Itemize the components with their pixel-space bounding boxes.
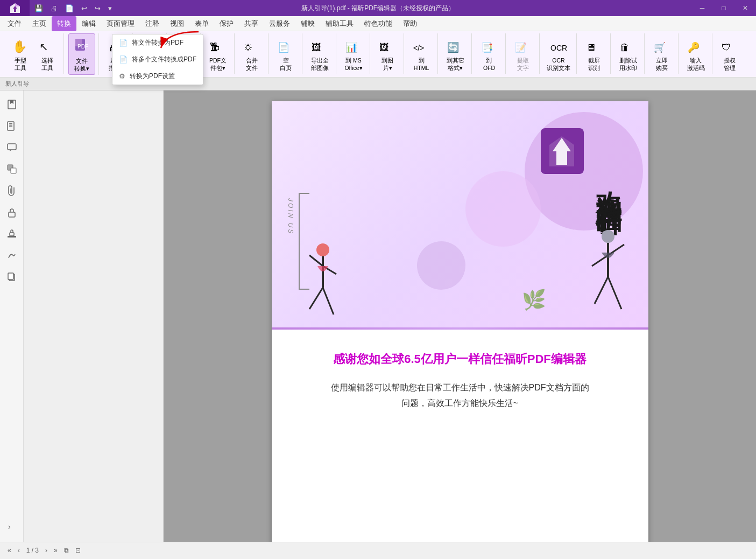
menu-protect[interactable]: 保护 <box>214 16 239 31</box>
to-html-button[interactable]: </> 到HTML <box>408 33 434 74</box>
ribbon-group-activation: 🔑 输入激活码 <box>680 33 712 74</box>
svg-text:🖼: 🖼 <box>379 42 389 53</box>
sidebar-copy-icon[interactable] <box>2 267 22 287</box>
select-tool-button[interactable]: ↖ 选择工具 <box>34 33 60 74</box>
tool-save[interactable]: 💾 <box>32 3 45 13</box>
maximize-button[interactable]: □ <box>713 0 734 16</box>
convert-settings-item[interactable]: ⚙ 转换为PDF设置 <box>112 68 203 85</box>
blank-page-icon: 📄 <box>275 36 296 56</box>
remove-watermark-button[interactable]: 🗑 删除试用水印 <box>615 33 641 74</box>
menu-page-manage[interactable]: 页面管理 <box>101 16 140 31</box>
title-bar-tools[interactable]: 💾 🖨 📄 ↩ ↪ ▾ <box>32 3 114 13</box>
circle-medium <box>465 171 541 247</box>
to-image-icon: 🖼 <box>377 36 398 56</box>
menu-view[interactable]: 视图 <box>165 16 189 31</box>
to-ms-office-label: 到 MSOffice▾ <box>344 57 362 72</box>
sidebar-comment-icon[interactable] <box>2 138 22 157</box>
tool-redo[interactable]: ↪ <box>93 3 103 13</box>
menu-help[interactable]: 帮助 <box>398 16 422 31</box>
page-content: 感谢您如全球6.5亿用户一样信任福昕PDF编辑器 使用编辑器可以帮助您在日常工作… <box>272 330 648 433</box>
svg-marker-1 <box>15 3 20 6</box>
file-convert-button[interactable]: PDF 文件转换▾ 📄 将文件转换为PDF 📄 将多个文件转换成PDF ⚙ 转换… <box>68 33 95 75</box>
menu-form[interactable]: 表单 <box>189 16 214 31</box>
close-button[interactable]: ✕ <box>734 0 756 16</box>
to-ofd-label: 到OFD <box>483 57 495 72</box>
pdf-pack-icon: 🗜 <box>208 36 228 56</box>
ocr-icon: OCR <box>548 36 569 56</box>
sidebar-pages-icon[interactable] <box>2 116 22 136</box>
description: 使用编辑器可以帮助您在日常工作生活中，快速解决PDF文档方面的 问题，高效工作方… <box>299 380 621 411</box>
ocr-label: OCR识别文本 <box>547 57 570 72</box>
buy-label: 立即购买 <box>656 57 668 72</box>
activation-button[interactable]: 🔑 输入激活码 <box>683 33 709 74</box>
menu-annotate[interactable]: 注释 <box>140 16 165 31</box>
to-format-icon: 🔄 <box>445 36 465 56</box>
to-image-button[interactable]: 🖼 到图片▾ <box>375 33 400 74</box>
ribbon-group-mode: ✋ 手型工具 ↖ 选择工具 <box>4 33 64 74</box>
merge-label: 合并文件 <box>246 57 258 72</box>
convert-to-pdf-item[interactable]: 📄 将文件转换为PDF <box>112 34 203 51</box>
tool-more[interactable]: ▾ <box>106 3 114 13</box>
menu-cloud[interactable]: 云服务 <box>264 16 295 31</box>
menu-share[interactable]: 共享 <box>239 16 264 31</box>
blank-page-button[interactable]: 📄 空白页 <box>273 33 299 74</box>
sidebar-sign-icon[interactable] <box>2 246 22 265</box>
convert-multi-label: 将多个文件转换成PDF <box>132 55 196 64</box>
convert-settings-icon: ⚙ <box>119 72 125 80</box>
menu-feature[interactable]: 特色功能 <box>359 16 398 31</box>
menu-map[interactable]: 辅映 <box>295 16 320 31</box>
ocr-button[interactable]: OCR OCR识别文本 <box>544 33 573 74</box>
svg-text:🔑: 🔑 <box>688 41 700 53</box>
nav-last-page[interactable]: » <box>52 546 60 555</box>
svg-text:📝: 📝 <box>515 41 527 53</box>
menu-file[interactable]: 文件 <box>2 16 27 31</box>
extract-text-button[interactable]: 📝 提取文字 <box>510 33 536 74</box>
file-convert-label: 文件转换▾ <box>74 58 89 72</box>
sidebar-lock-icon[interactable] <box>2 202 22 222</box>
pdf-pack-label: PDF文件包▾ <box>209 57 227 72</box>
document-area[interactable]: JOIN US 欢迎来到福昕 <box>164 90 756 542</box>
to-ofd-button[interactable]: 📑 到OFD <box>476 33 502 74</box>
menu-bar: 文件 主页 转换 编辑 页面管理 注释 视图 表单 保护 共享 云服务 辅映 辅… <box>0 16 756 31</box>
menu-assist[interactable]: 辅助工具 <box>320 16 359 31</box>
app-logo <box>0 0 30 16</box>
tool-undo[interactable]: ↩ <box>79 3 89 13</box>
window-controls[interactable]: ─ □ ✕ <box>691 0 756 16</box>
sidebar-stamp-icon[interactable] <box>2 224 22 243</box>
sidebar-bookmark-icon[interactable] <box>2 95 22 114</box>
tool-print[interactable]: 🖨 <box>48 3 60 13</box>
sidebar-attachment-icon[interactable] <box>2 181 22 200</box>
to-format-button[interactable]: 🔄 到其它格式▾ <box>442 33 468 74</box>
nav-first-page[interactable]: « <box>5 546 13 555</box>
buy-button[interactable]: 🛒 立即购买 <box>649 33 675 74</box>
ribbon-group-watermark: 🗑 删除试用水印 <box>612 33 645 74</box>
fit-icon[interactable]: ⊡ <box>73 546 83 555</box>
join-us-text: JOIN US <box>287 198 294 235</box>
select-icon: ↖ <box>37 36 58 56</box>
extract-text-icon: 📝 <box>513 36 533 56</box>
menu-convert[interactable]: 转换 <box>52 16 76 31</box>
nav-prev-page[interactable]: ‹ <box>16 546 22 555</box>
export-all-button[interactable]: 🖼 导出全部图像 <box>307 33 333 74</box>
copy-page-icon[interactable]: ⧉ <box>62 546 71 555</box>
convert-to-pdf-label: 将文件转换为PDF <box>132 38 183 47</box>
svg-text:🖥: 🖥 <box>586 42 596 53</box>
to-ms-office-button[interactable]: 📊 到 MSOffice▾ <box>341 33 366 74</box>
tool-new[interactable]: 📄 <box>63 3 76 13</box>
minimize-button[interactable]: ─ <box>691 0 713 16</box>
panel-area <box>24 90 164 542</box>
breadcrumb-text: 新人引导 <box>5 80 29 88</box>
screen-recog-button[interactable]: 🖥 截屏识别 <box>581 33 607 74</box>
auth-button[interactable]: 🛡 授权管理 <box>717 33 743 74</box>
svg-text:📊: 📊 <box>345 41 358 53</box>
convert-multi-item[interactable]: 📄 将多个文件转换成PDF <box>112 51 203 68</box>
sidebar-toggle[interactable]: › <box>2 517 22 536</box>
merge-button[interactable]: ⛭ 合并文件 <box>239 33 265 74</box>
nav-next-page[interactable]: › <box>43 546 50 555</box>
title-bar: 💾 🖨 📄 ↩ ↪ ▾ 新人引导(1).pdf - 福昕PDF编辑器（未经授权的… <box>0 0 756 16</box>
menu-home[interactable]: 主页 <box>27 16 52 31</box>
pdf-pack-button[interactable]: 🗜 PDF文件包▾ <box>205 33 231 74</box>
sidebar-layers-icon[interactable] <box>2 159 22 179</box>
menu-edit[interactable]: 编辑 <box>76 16 101 31</box>
hand-tool-button[interactable]: ✋ 手型工具 <box>8 33 33 74</box>
